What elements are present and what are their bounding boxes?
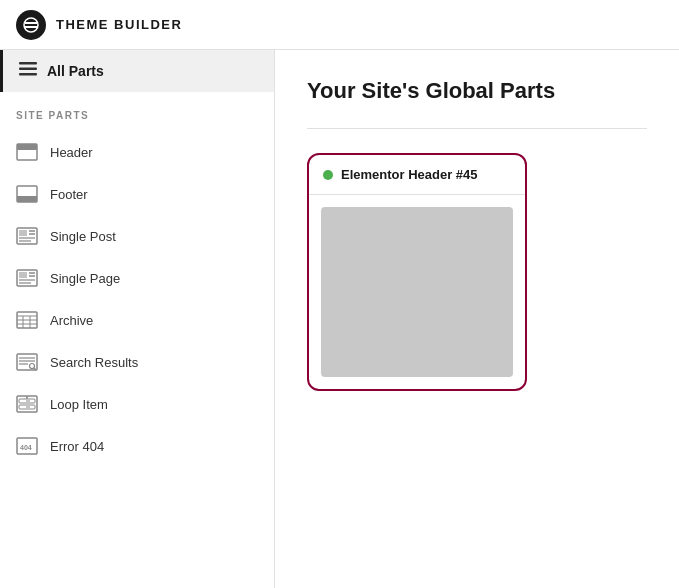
svg-rect-17: [19, 272, 27, 278]
sidebar: All Parts SITE PARTS Header Footer: [0, 50, 275, 588]
sidebar-item-label: Loop Item: [50, 397, 108, 412]
section-label: SITE PARTS: [0, 92, 274, 131]
content-area: Your Site's Global Parts Elementor Heade…: [275, 50, 679, 588]
all-parts-label: All Parts: [47, 63, 104, 79]
header-icon: [16, 141, 38, 163]
svg-text:404: 404: [20, 444, 32, 451]
single-page-icon: [16, 267, 38, 289]
sidebar-item-header[interactable]: Header: [0, 131, 274, 173]
svg-rect-5: [19, 73, 37, 76]
status-dot: [323, 170, 333, 180]
sidebar-item-single-page[interactable]: Single Page: [0, 257, 274, 299]
single-post-icon: [16, 225, 38, 247]
card-header: Elementor Header #45: [309, 155, 525, 195]
sidebar-item-label: Footer: [50, 187, 88, 202]
app-title: THEME BUILDER: [56, 17, 182, 32]
logo-icon: [16, 10, 46, 40]
main-layout: All Parts SITE PARTS Header Footer: [0, 50, 679, 588]
loop-item-icon: [16, 393, 38, 415]
top-bar: THEME BUILDER: [0, 0, 679, 50]
sidebar-item-error-404[interactable]: 404 Error 404: [0, 425, 274, 467]
svg-rect-0: [25, 22, 37, 24]
sidebar-item-label: Error 404: [50, 439, 104, 454]
svg-rect-11: [19, 230, 27, 236]
svg-point-32: [30, 364, 35, 369]
sidebar-item-single-post[interactable]: Single Post: [0, 215, 274, 257]
sidebar-item-archive[interactable]: Archive: [0, 299, 274, 341]
card-container: Elementor Header #45: [307, 153, 647, 391]
elementor-header-card[interactable]: Elementor Header #45: [307, 153, 527, 391]
sidebar-item-label: Header: [50, 145, 93, 160]
archive-icon: [16, 309, 38, 331]
sidebar-item-label: Archive: [50, 313, 93, 328]
card-name: Elementor Header #45: [341, 167, 478, 182]
card-preview: [321, 207, 513, 377]
search-results-icon: [16, 351, 38, 373]
sidebar-item-search-results[interactable]: Search Results: [0, 341, 274, 383]
svg-rect-1: [25, 26, 37, 28]
error-404-icon: 404: [16, 435, 38, 457]
svg-rect-3: [19, 62, 37, 65]
svg-rect-9: [17, 196, 37, 202]
footer-icon: [16, 183, 38, 205]
sidebar-item-label: Search Results: [50, 355, 138, 370]
all-parts-item[interactable]: All Parts: [0, 50, 274, 92]
sidebar-item-label: Single Post: [50, 229, 116, 244]
all-parts-icon: [19, 62, 37, 80]
sidebar-item-footer[interactable]: Footer: [0, 173, 274, 215]
logo: THEME BUILDER: [16, 10, 182, 40]
svg-rect-4: [19, 68, 37, 71]
sidebar-item-label: Single Page: [50, 271, 120, 286]
page-title: Your Site's Global Parts: [307, 78, 647, 104]
svg-rect-7: [17, 144, 37, 150]
svg-point-2: [24, 18, 38, 32]
divider: [307, 128, 647, 129]
sidebar-item-loop-item[interactable]: Loop Item: [0, 383, 274, 425]
